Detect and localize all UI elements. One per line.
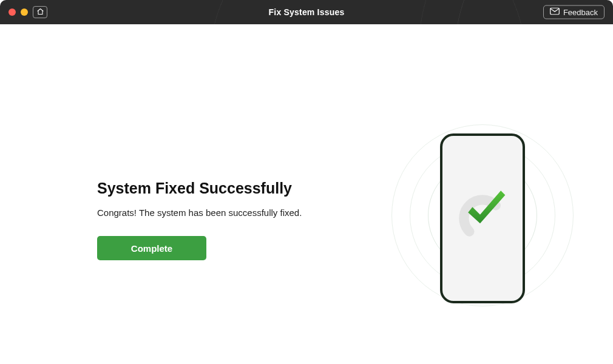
feedback-label: Feedback [563,8,598,17]
content-area: System Fixed Successfully Congrats! The … [0,24,613,364]
checkmark-icon [458,181,513,235]
home-icon [36,7,44,18]
titlebar: Fix System Issues Feedback [0,0,613,24]
feedback-button[interactable]: Feedback [543,5,605,19]
window-title: Fix System Issues [0,7,613,17]
window-close-button[interactable] [8,8,16,16]
home-button[interactable] [33,6,47,18]
page-subtext: Congrats! The system has been successful… [97,207,352,218]
success-illustration [376,109,589,322]
page-heading: System Fixed Successfully [97,179,352,198]
window-minimize-button[interactable] [21,8,28,16]
result-panel: System Fixed Successfully Congrats! The … [97,179,352,260]
window-controls [8,8,28,16]
mail-icon [550,8,560,17]
complete-button[interactable]: Complete [97,236,206,260]
phone-icon [440,133,525,303]
